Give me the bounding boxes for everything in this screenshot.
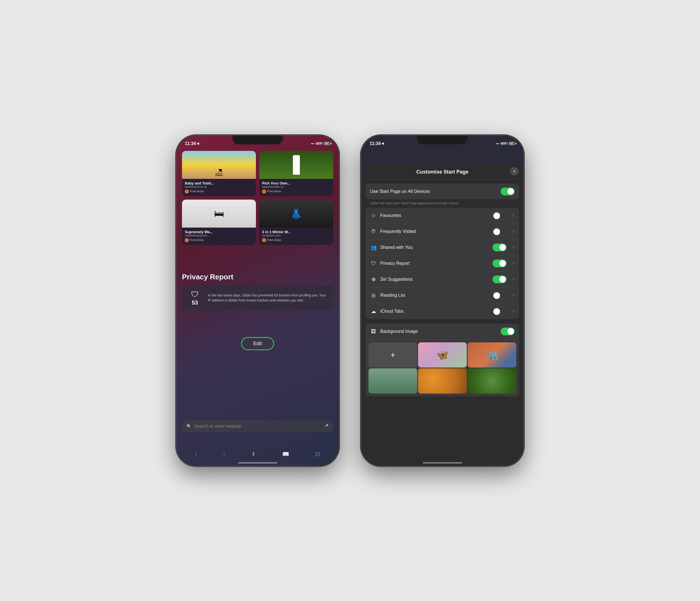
card-beach-from: A From Anna › — [185, 190, 253, 194]
shared-cards: Baby and Todd... sandsresort.co.uk A Fro… — [182, 151, 333, 248]
privacy-toggle-thumb — [499, 260, 506, 267]
bookmarks-button[interactable]: 📖 — [282, 451, 289, 457]
from-chevron-4: › — [282, 239, 283, 241]
from-avatar-1: A — [185, 190, 189, 194]
battery-icon-2 — [509, 142, 515, 145]
from-chevron-1: › — [205, 190, 205, 193]
background-green[interactable] — [468, 368, 516, 394]
icloud-tabs-toggle[interactable] — [493, 307, 506, 315]
home-indicator — [238, 462, 277, 464]
privacy-title: Privacy Report — [182, 273, 333, 281]
reading-toggle-thumb — [493, 292, 500, 299]
background-image-icon: 🖼 — [370, 329, 377, 334]
from-avatar-4: A — [262, 238, 266, 242]
card-row-2: Supremely Wa... marksandspencer.... A Fr… — [182, 200, 333, 245]
shared-drag-handle[interactable]: ≡ — [512, 245, 515, 250]
reading-list-icon: ◎ — [370, 292, 377, 298]
card-beach-info: Baby and Todd... sandsresort.co.uk A Fro… — [182, 179, 256, 196]
background-orange[interactable] — [418, 368, 467, 394]
signal-icon-2: ▪▪▪ — [496, 142, 499, 146]
from-chevron-2: › — [282, 190, 283, 193]
edit-button[interactable]: Edit — [241, 337, 274, 350]
shared-with-you-label: Shared with You — [380, 245, 489, 250]
icloud-tabs-label: iCloud Tabs — [380, 309, 489, 314]
reading-list-toggle[interactable] — [493, 292, 506, 299]
location-icon: ◀ — [197, 142, 199, 145]
forward-button[interactable]: › — [223, 451, 225, 457]
from-avatar-3: A — [185, 238, 189, 242]
card-beach-title: Baby and Todd... — [185, 181, 253, 185]
status-icons: ▪▪▪ WiFi — [311, 142, 330, 146]
background-image-toggle[interactable] — [501, 327, 515, 335]
frequently-visited-label: Frequently Visited — [380, 229, 489, 234]
card-dark-from: A From Anna › — [262, 238, 330, 242]
favourites-toggle[interactable] — [493, 211, 506, 220]
siri-drag-handle[interactable]: ≡ — [512, 277, 515, 282]
sync-toggle[interactable] — [501, 187, 515, 195]
favourites-icon: ☆ — [370, 212, 377, 219]
background-image-label: Background Image — [380, 329, 497, 334]
option-favourites: ☆ Favourites ≡ — [366, 208, 519, 224]
card-white-image — [182, 200, 256, 228]
background-butterfly[interactable] — [418, 342, 467, 368]
close-button[interactable]: × — [510, 167, 519, 176]
tabs-button[interactable]: ⊡ — [315, 451, 320, 457]
background-rhino[interactable] — [468, 342, 516, 368]
option-frequently-visited: ⏱ Frequently Visited ≡ — [366, 224, 519, 240]
option-shared-with-you: 👥 Shared with You ≡ — [366, 240, 519, 256]
card-beach-url: sandsresort.co.uk — [185, 185, 253, 189]
back-button[interactable]: ‹ — [195, 451, 197, 457]
icloud-tabs-icon: ☁ — [370, 308, 377, 315]
from-text-2: From Anna — [267, 190, 281, 193]
customize-sheet: Customise Start Page × Use Start Page on… — [361, 164, 524, 466]
add-background-button[interactable]: + — [369, 342, 417, 368]
reading-list-label: Reading List — [380, 293, 489, 298]
from-chevron-3: › — [205, 239, 205, 241]
home-indicator-2 — [423, 462, 462, 464]
privacy-drag-handle[interactable]: ≡ — [512, 261, 515, 266]
card-white-url: marksandspencer.... — [185, 234, 253, 237]
favourites-drag-handle[interactable]: ≡ — [512, 213, 515, 218]
card-white-from: A From Anna › — [185, 238, 253, 242]
background-images-grid: + — [366, 340, 519, 396]
location-icon-2: ◀ — [381, 142, 383, 145]
card-green[interactable]: Pick Your Own... balgoneestate.co... A F… — [259, 151, 333, 196]
card-beach[interactable]: Baby and Todd... sandsresort.co.uk A Fro… — [182, 151, 256, 196]
background-teal[interactable] — [369, 368, 417, 394]
favourites-toggle-thumb — [493, 212, 500, 219]
card-dark[interactable]: 3 in 1 Winter M... seraphine.com A From … — [259, 200, 333, 245]
tracker-count: 🛡 53 — [186, 290, 203, 306]
frequently-visited-toggle[interactable] — [493, 228, 506, 235]
shared-toggle-thumb — [499, 244, 506, 251]
option-icloud-tabs: ☁ iCloud Tabs ≡ — [366, 303, 519, 319]
card-green-image — [259, 151, 333, 179]
card-dark-image — [259, 200, 333, 228]
status-icons-2: ▪▪▪ WiFi — [496, 142, 515, 146]
card-white[interactable]: Supremely Wa... marksandspencer.... A Fr… — [182, 200, 256, 245]
notch — [235, 135, 280, 144]
bg-toggle-thumb — [507, 328, 514, 335]
from-avatar-2: A — [262, 190, 266, 194]
search-bar[interactable]: 🔍 Search or enter website 🎤 — [182, 421, 333, 432]
frequently-visited-icon: ⏱ — [370, 229, 377, 234]
microphone-icon[interactable]: 🎤 — [323, 424, 329, 429]
privacy-report-toggle[interactable] — [493, 259, 506, 267]
from-text-4: From Anna — [267, 239, 281, 242]
card-dark-url: seraphine.com — [262, 234, 330, 237]
card-white-info: Supremely Wa... marksandspencer.... A Fr… — [182, 228, 256, 245]
share-button[interactable]: ⬆ — [251, 451, 256, 457]
shared-with-you-icon: 👥 — [370, 244, 377, 251]
shared-with-you-toggle[interactable] — [493, 244, 506, 251]
privacy-section: Privacy Report 🛡 53 In the last seven da… — [182, 273, 333, 310]
phone-2: 11:34 ◀ ▪▪▪ WiFi Customise Start Page × … — [361, 135, 524, 466]
phone-1: 11:34 ◀ ▪▪▪ WiFi Baby and Todd... sandsr… — [176, 135, 339, 466]
options-list: ☆ Favourites ≡ ⏱ Frequently Visited ≡ — [366, 208, 519, 319]
icloud-drag-handle[interactable]: ≡ — [512, 309, 515, 314]
card-dark-info: 3 in 1 Winter M... seraphine.com A From … — [259, 228, 333, 245]
frequently-visited-drag-handle[interactable]: ≡ — [512, 229, 515, 234]
sync-description: Safari will sync your Start Page appeara… — [370, 201, 515, 206]
edit-button-container: Edit — [176, 337, 339, 350]
reading-drag-handle[interactable]: ≡ — [512, 293, 515, 298]
siri-suggestions-toggle[interactable] — [493, 275, 506, 283]
card-green-url: balgoneestate.co... — [262, 185, 330, 189]
